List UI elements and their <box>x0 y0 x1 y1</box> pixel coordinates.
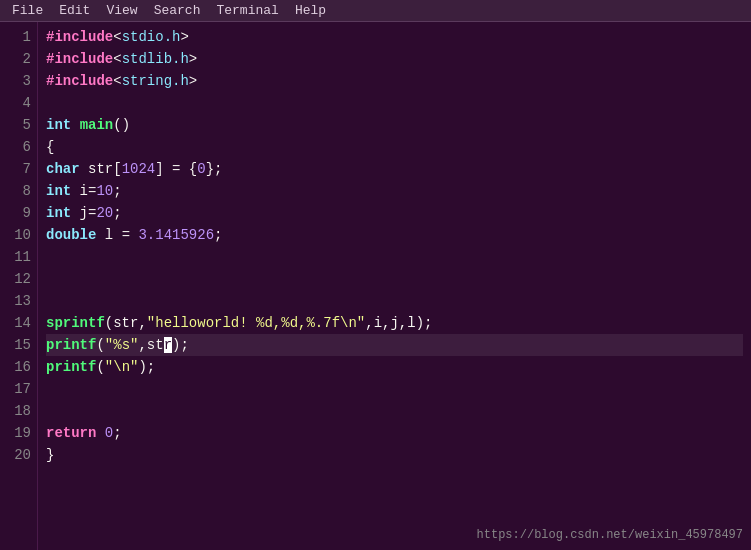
code-line-8: int i=10; <box>46 180 743 202</box>
menu-terminal[interactable]: Terminal <box>208 0 286 21</box>
code-line-20: } <box>46 444 743 466</box>
code-editor: 1 2 3 4 5 6 7 8 9 10 11 12 13 14 15 16 1… <box>0 22 751 550</box>
code-line-16: printf("\n"); <box>46 356 743 378</box>
code-line-11 <box>46 246 743 268</box>
code-line-5: int main() <box>46 114 743 136</box>
code-line-2: #include<stdlib.h> <box>46 48 743 70</box>
code-line-12 <box>46 268 743 290</box>
code-line-1: #include<stdio.h> <box>46 26 743 48</box>
menu-edit[interactable]: Edit <box>51 0 98 21</box>
menu-search[interactable]: Search <box>146 0 209 21</box>
code-line-13 <box>46 290 743 312</box>
code-content[interactable]: #include<stdio.h> #include<stdlib.h> #in… <box>38 22 751 550</box>
menu-help[interactable]: Help <box>287 0 334 21</box>
line-numbers: 1 2 3 4 5 6 7 8 9 10 11 12 13 14 15 16 1… <box>0 22 38 550</box>
menu-view[interactable]: View <box>98 0 145 21</box>
code-line-15: printf("%s",str); <box>46 334 743 356</box>
code-line-17 <box>46 378 743 400</box>
code-line-3: #include<string.h> <box>46 70 743 92</box>
code-line-19: return 0; <box>46 422 743 444</box>
menu-bar: File Edit View Search Terminal Help <box>0 0 751 22</box>
code-line-10: double l = 3.1415926; <box>46 224 743 246</box>
code-line-9: int j=20; <box>46 202 743 224</box>
code-line-7: char str[1024] = {0}; <box>46 158 743 180</box>
code-line-18 <box>46 400 743 422</box>
watermark: https://blog.csdn.net/weixin_45978497 <box>477 524 743 546</box>
code-line-14: sprintf(str,"helloworld! %d,%d,%.7f\n",i… <box>46 312 743 334</box>
menu-file[interactable]: File <box>4 0 51 21</box>
code-line-6: { <box>46 136 743 158</box>
code-line-4 <box>46 92 743 114</box>
